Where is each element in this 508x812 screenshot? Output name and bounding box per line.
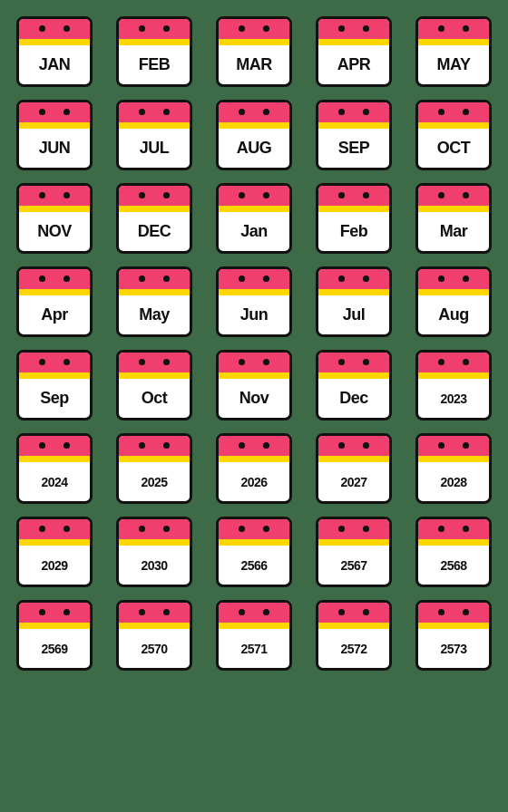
- cal-dot-left: [39, 526, 45, 532]
- cal-dots: [438, 102, 469, 120]
- cal-label: 2567: [340, 558, 366, 573]
- calendar-item-21[interactable]: Oct: [113, 350, 195, 420]
- calendar-item-24[interactable]: 2023: [413, 350, 494, 420]
- cal-dots: [39, 186, 70, 203]
- calendar-item-17[interactable]: Jun: [213, 266, 295, 337]
- cal-dots: [438, 186, 469, 203]
- cal-dots: [239, 19, 269, 36]
- cal-label: 2572: [340, 642, 366, 656]
- calendar-item-37[interactable]: 2571: [213, 600, 295, 671]
- cal-outer: 2572: [316, 600, 392, 671]
- cal-body: 2030: [119, 546, 190, 585]
- cal-body: 2028: [418, 462, 489, 501]
- cal-dots: [338, 603, 369, 620]
- calendar-item-25[interactable]: 2024: [14, 433, 95, 504]
- cal-body: 2029: [19, 546, 90, 585]
- cal-label: JUL: [140, 139, 170, 158]
- calendar-item-3[interactable]: APR: [313, 16, 395, 87]
- cal-outer: FEB: [116, 16, 192, 87]
- cal-dot-left: [438, 609, 444, 615]
- cal-body: Sep: [19, 379, 90, 418]
- cal-dot-right: [263, 526, 269, 532]
- cal-dot-right: [64, 276, 70, 282]
- calendar-item-9[interactable]: OCT: [413, 100, 494, 170]
- cal-outer: 2030: [116, 517, 192, 587]
- cal-top: [119, 353, 190, 372]
- cal-top: [19, 436, 90, 456]
- calendar-item-19[interactable]: Aug: [413, 266, 494, 337]
- cal-dot-right: [263, 276, 269, 282]
- cal-dots: [139, 186, 170, 203]
- calendar-item-7[interactable]: AUG: [213, 100, 295, 170]
- calendar-item-15[interactable]: Apr: [14, 266, 95, 337]
- cal-label: 2023: [440, 392, 466, 406]
- calendar-item-18[interactable]: Jul: [313, 266, 395, 337]
- calendar-item-22[interactable]: Nov: [213, 350, 295, 420]
- calendar-item-36[interactable]: 2570: [113, 600, 195, 671]
- calendar-item-4[interactable]: MAY: [413, 16, 494, 87]
- cal-dot-right: [163, 442, 170, 449]
- calendar-item-39[interactable]: 2573: [413, 600, 494, 671]
- calendar-item-26[interactable]: 2025: [113, 433, 195, 504]
- calendar-item-2[interactable]: MAR: [213, 16, 295, 87]
- cal-yellow-stripe: [318, 289, 389, 295]
- cal-outer: AUG: [216, 100, 292, 170]
- calendar-item-0[interactable]: JAN: [14, 16, 95, 87]
- cal-top: [19, 102, 90, 122]
- calendar-item-16[interactable]: May: [113, 266, 195, 337]
- calendar-item-20[interactable]: Sep: [14, 350, 95, 420]
- cal-top: [318, 19, 389, 39]
- cal-yellow-stripe: [318, 39, 389, 45]
- cal-dot-right: [263, 192, 269, 198]
- cal-top: [318, 436, 389, 456]
- calendar-item-6[interactable]: JUL: [113, 100, 195, 170]
- calendar-item-1[interactable]: FEB: [113, 16, 195, 87]
- cal-body: 2573: [418, 629, 489, 668]
- cal-yellow-stripe: [19, 289, 90, 295]
- cal-outer: Nov: [216, 350, 292, 420]
- cal-dots: [338, 186, 369, 203]
- cal-yellow-stripe: [318, 539, 389, 546]
- cal-dot-right: [163, 276, 170, 282]
- calendar-item-23[interactable]: Dec: [313, 350, 395, 420]
- calendar-item-34[interactable]: 2568: [413, 517, 494, 587]
- cal-outer: Feb: [316, 183, 392, 254]
- cal-dot-right: [163, 359, 170, 365]
- cal-yellow-stripe: [119, 372, 190, 379]
- cal-body: MAY: [418, 45, 489, 84]
- calendar-item-10[interactable]: NOV: [14, 183, 95, 254]
- cal-top: [119, 436, 190, 456]
- cal-top: [19, 519, 90, 539]
- calendar-item-8[interactable]: SEP: [313, 100, 395, 170]
- cal-body: Oct: [119, 379, 190, 418]
- cal-dots: [39, 436, 70, 453]
- cal-yellow-stripe: [19, 623, 90, 629]
- cal-dot-right: [463, 192, 469, 198]
- cal-outer: 2568: [415, 517, 492, 587]
- calendar-item-28[interactable]: 2027: [313, 433, 395, 504]
- calendar-item-31[interactable]: 2030: [113, 517, 195, 587]
- cal-top: [119, 519, 190, 539]
- cal-dots: [338, 519, 369, 536]
- cal-dot-right: [64, 609, 70, 615]
- calendar-item-32[interactable]: 2566: [213, 517, 295, 587]
- cal-top: [19, 19, 90, 39]
- cal-body: JAN: [19, 45, 90, 84]
- cal-label: Jun: [240, 305, 269, 324]
- cal-top: [418, 186, 489, 206]
- calendar-item-11[interactable]: DEC: [113, 183, 195, 254]
- calendar-item-33[interactable]: 2567: [313, 517, 395, 587]
- calendar-item-27[interactable]: 2026: [213, 433, 295, 504]
- calendar-item-5[interactable]: JUN: [14, 100, 95, 170]
- calendar-item-13[interactable]: Feb: [313, 183, 395, 254]
- calendar-item-14[interactable]: Mar: [413, 183, 494, 254]
- calendar-item-30[interactable]: 2029: [14, 517, 95, 587]
- cal-dot-right: [163, 526, 170, 532]
- calendar-item-12[interactable]: Jan: [213, 183, 295, 254]
- calendar-item-38[interactable]: 2572: [313, 600, 395, 671]
- calendar-item-35[interactable]: 2569: [14, 600, 95, 671]
- cal-body: MAR: [219, 45, 289, 84]
- cal-dot-left: [39, 609, 45, 615]
- calendar-item-29[interactable]: 2028: [413, 433, 494, 504]
- cal-yellow-stripe: [418, 623, 489, 629]
